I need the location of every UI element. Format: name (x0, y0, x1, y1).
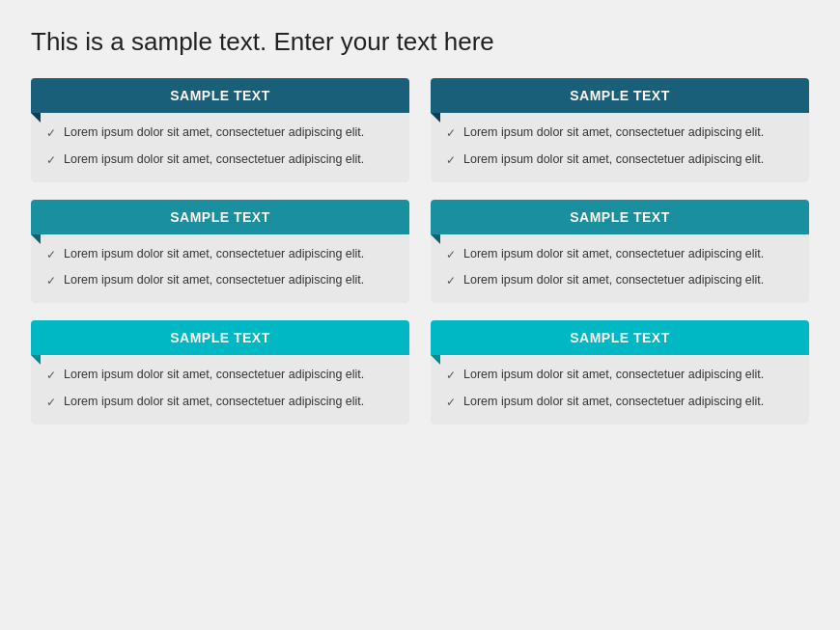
check-icon: ✓ (46, 395, 56, 411)
card-2-header: SAMPLE TEXT (431, 78, 809, 113)
list-item: ✓Lorem ipsum dolor sit amet, consectetue… (46, 394, 394, 411)
card-5: SAMPLE TEXT✓Lorem ipsum dolor sit amet, … (31, 320, 409, 425)
card-2: SAMPLE TEXT✓Lorem ipsum dolor sit amet, … (431, 78, 809, 182)
list-item: ✓Lorem ipsum dolor sit amet, consectetue… (446, 367, 794, 384)
card-5-header: SAMPLE TEXT (31, 320, 409, 355)
card-5-body: ✓Lorem ipsum dolor sit amet, consectetue… (31, 355, 409, 425)
card-6: SAMPLE TEXT✓Lorem ipsum dolor sit amet, … (431, 320, 809, 425)
list-item: ✓Lorem ipsum dolor sit amet, consectetue… (46, 124, 394, 142)
list-item: ✓Lorem ipsum dolor sit amet, consectetue… (46, 246, 394, 263)
check-icon: ✓ (46, 247, 56, 263)
check-icon: ✓ (446, 368, 456, 384)
cards-grid: SAMPLE TEXT✓Lorem ipsum dolor sit amet, … (31, 78, 809, 425)
item-text: Lorem ipsum dolor sit amet, consectetuer… (463, 246, 794, 263)
list-item: ✓Lorem ipsum dolor sit amet, consectetue… (46, 272, 394, 289)
card-1-header: SAMPLE TEXT (31, 78, 409, 113)
check-icon: ✓ (46, 368, 56, 384)
item-text: Lorem ipsum dolor sit amet, consectetuer… (64, 124, 394, 142)
card-6-body: ✓Lorem ipsum dolor sit amet, consectetue… (431, 355, 809, 425)
card-3-header: SAMPLE TEXT (31, 200, 409, 234)
card-2-body: ✓Lorem ipsum dolor sit amet, consectetue… (431, 113, 809, 182)
item-text: Lorem ipsum dolor sit amet, consectetuer… (463, 124, 794, 142)
check-icon: ✓ (46, 273, 56, 289)
card-4-body: ✓Lorem ipsum dolor sit amet, consectetue… (431, 234, 809, 304)
item-text: Lorem ipsum dolor sit amet, consectetuer… (64, 394, 394, 411)
item-text: Lorem ipsum dolor sit amet, consectetuer… (64, 367, 394, 384)
item-text: Lorem ipsum dolor sit amet, consectetuer… (463, 151, 794, 169)
list-item: ✓Lorem ipsum dolor sit amet, consectetue… (46, 367, 394, 384)
card-3: SAMPLE TEXT✓Lorem ipsum dolor sit amet, … (31, 200, 409, 304)
check-icon: ✓ (446, 125, 456, 142)
item-text: Lorem ipsum dolor sit amet, consectetuer… (463, 272, 794, 289)
list-item: ✓Lorem ipsum dolor sit amet, consectetue… (446, 394, 794, 411)
check-icon: ✓ (446, 273, 456, 289)
list-item: ✓Lorem ipsum dolor sit amet, consectetue… (446, 246, 794, 263)
card-4: SAMPLE TEXT✓Lorem ipsum dolor sit amet, … (431, 200, 809, 304)
page-title: This is a sample text. Enter your text h… (31, 27, 809, 57)
item-text: Lorem ipsum dolor sit amet, consectetuer… (463, 367, 794, 384)
list-item: ✓Lorem ipsum dolor sit amet, consectetue… (446, 124, 794, 142)
card-4-header: SAMPLE TEXT (431, 200, 809, 234)
check-icon: ✓ (46, 125, 56, 142)
list-item: ✓Lorem ipsum dolor sit amet, consectetue… (446, 151, 794, 169)
page: This is a sample text. Enter your text h… (0, 0, 840, 630)
check-icon: ✓ (446, 152, 456, 169)
card-1: SAMPLE TEXT✓Lorem ipsum dolor sit amet, … (31, 78, 409, 182)
item-text: Lorem ipsum dolor sit amet, consectetuer… (64, 151, 394, 169)
item-text: Lorem ipsum dolor sit amet, consectetuer… (64, 246, 394, 263)
item-text: Lorem ipsum dolor sit amet, consectetuer… (463, 394, 794, 411)
card-3-body: ✓Lorem ipsum dolor sit amet, consectetue… (31, 234, 409, 304)
card-1-body: ✓Lorem ipsum dolor sit amet, consectetue… (31, 113, 409, 182)
check-icon: ✓ (446, 395, 456, 411)
check-icon: ✓ (46, 152, 56, 169)
list-item: ✓Lorem ipsum dolor sit amet, consectetue… (46, 151, 394, 169)
check-icon: ✓ (446, 247, 456, 263)
card-6-header: SAMPLE TEXT (431, 320, 809, 355)
item-text: Lorem ipsum dolor sit amet, consectetuer… (64, 272, 394, 289)
list-item: ✓Lorem ipsum dolor sit amet, consectetue… (446, 272, 794, 289)
